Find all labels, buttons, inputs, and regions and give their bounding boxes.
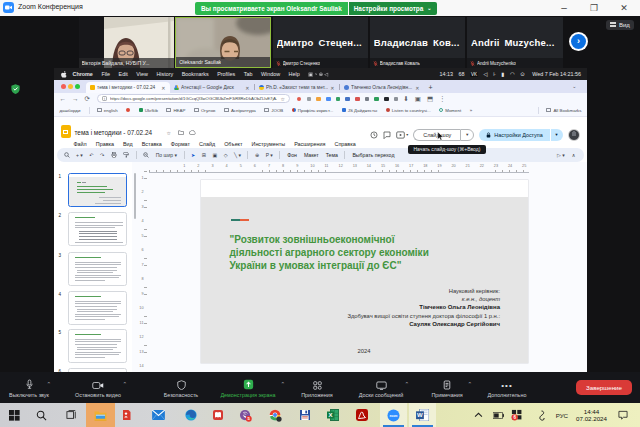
- bookmark-folder[interactable]: Аспірантура: [224, 108, 256, 113]
- maximize-button[interactable]: ❐: [589, 3, 599, 13]
- new-tab-button[interactable]: +: [429, 84, 433, 91]
- move-folder-icon[interactable]: [178, 130, 184, 135]
- battery-icon[interactable]: [493, 412, 504, 419]
- mac-close-button[interactable]: [61, 84, 66, 89]
- mac-menu-tab[interactable]: Tab: [244, 71, 253, 77]
- back-button[interactable]: ←: [60, 95, 67, 102]
- document-title[interactable]: тема і методики - 07.02.24: [75, 129, 153, 136]
- close-tab-icon[interactable]: ✕: [415, 85, 419, 91]
- word-app-button[interactable]: W: [409, 403, 436, 427]
- bookmark-item[interactable]: Listen to countrysi...: [386, 108, 431, 113]
- mac-menu-profiles[interactable]: Profiles: [217, 71, 235, 77]
- close-button[interactable]: ✕: [619, 3, 629, 13]
- new-slide-button[interactable]: + ▾: [76, 152, 83, 158]
- slide-thumbnail[interactable]: [68, 291, 128, 325]
- chevron-up-icon[interactable]: ⌃: [280, 381, 285, 387]
- stop-video-button[interactable]: ⌃ Остановить видео: [69, 377, 127, 398]
- current-slide[interactable]: "Розвиток зовнішньоекономічної діяльност…: [201, 180, 528, 363]
- end-meeting-button[interactable]: Завершение: [576, 380, 632, 395]
- view-button[interactable]: Вид: [606, 20, 634, 30]
- menu-file[interactable]: Файл: [74, 141, 87, 147]
- tab-timchenko[interactable]: Тімченко Ольга Леонідівн... ✕: [340, 82, 424, 93]
- participant-tile-oleksandr[interactable]: Oleksandr Sauliak: [175, 17, 271, 69]
- security-button[interactable]: Безопасность: [156, 377, 206, 398]
- menu-view[interactable]: Вид: [123, 141, 133, 147]
- extension-icon[interactable]: [345, 97, 350, 102]
- pen-squiggle-icon[interactable]: [537, 410, 546, 421]
- chevron-up-icon[interactable]: ⌃: [46, 381, 51, 387]
- search-button[interactable]: [28, 403, 55, 427]
- bookmark-item[interactable]: UkrSib: [139, 108, 158, 113]
- close-tab-icon[interactable]: ✕: [330, 85, 334, 91]
- bookmark-item[interactable]: Moment: [439, 108, 461, 113]
- mac-menu-history[interactable]: History: [156, 71, 173, 77]
- participant-tile-vladyslav[interactable]: Владислав Ков... Владислав Коваль: [370, 17, 466, 69]
- bookmark-star-icon[interactable]: ☆: [280, 96, 284, 102]
- extensions-puzzle-icon[interactable]: ⬒: [427, 95, 433, 103]
- extension-icon[interactable]: [336, 97, 341, 102]
- forward-button[interactable]: →: [72, 95, 79, 102]
- menu-extensions[interactable]: Расширения: [294, 141, 325, 147]
- insert-line-icon[interactable]: ╲ ▾: [234, 152, 241, 158]
- more-button[interactable]: ••• Дополнительно: [481, 377, 533, 398]
- extension-icon[interactable]: [374, 97, 379, 102]
- download-icon[interactable]: ⬇: [403, 95, 408, 103]
- extension-icon[interactable]: [365, 97, 370, 102]
- annotations-button[interactable]: ⌃ Примечания: [426, 377, 468, 398]
- mac-menu-help[interactable]: Help: [289, 71, 300, 77]
- menu-tools[interactable]: Инструменты: [252, 141, 286, 147]
- undo-icon[interactable]: ↶: [89, 152, 93, 158]
- acrobat-app-button[interactable]: [348, 403, 375, 427]
- share-screen-button[interactable]: ⌃ Демонстрация экрана: [215, 377, 281, 398]
- edge-browser-button[interactable]: [177, 403, 204, 427]
- close-tab-icon[interactable]: ✕: [161, 85, 165, 91]
- mac-menu-window[interactable]: Window: [261, 71, 280, 77]
- view-options-dropdown[interactable]: Настройки просмотра⌄: [349, 2, 437, 15]
- address-bar[interactable]: t https://docs.google.com/presentation/d…: [97, 94, 290, 103]
- bookmark-folder[interactable]: Огулов: [194, 108, 216, 113]
- whiteboards-button[interactable]: ⌃ Доски сообщений: [353, 377, 409, 398]
- extension-icon[interactable]: [394, 97, 399, 102]
- menu-insert[interactable]: Вставка: [142, 141, 162, 147]
- redo-icon[interactable]: ↷: [100, 152, 104, 158]
- participant-tile-dmytro[interactable]: Дмитро Стецен... Дмитро Стеценко: [273, 17, 369, 69]
- insert-image-icon[interactable]: ▣: [212, 152, 217, 158]
- next-participants-button[interactable]: ›: [569, 32, 588, 51]
- language-indicator[interactable]: РУС: [556, 412, 568, 419]
- bookmark-item[interactable]: [126, 108, 130, 112]
- background-button[interactable]: Фон: [287, 152, 297, 158]
- star-icon[interactable]: ☆: [167, 130, 171, 136]
- site-info-icon[interactable]: t: [102, 96, 107, 101]
- bookmark-folder[interactable]: HEAP: [166, 108, 185, 113]
- extension-icon[interactable]: [297, 97, 302, 102]
- textbox-icon[interactable]: ⊞: [202, 152, 206, 158]
- share-dropdown[interactable]: ▼: [551, 129, 563, 141]
- collapse-toolbar-icon[interactable]: ∧: [572, 152, 576, 158]
- extension-icon[interactable]: [355, 97, 360, 102]
- menu-slide[interactable]: Слайд: [199, 141, 215, 147]
- taskbar-clock[interactable]: 14:44 07.02.2024: [576, 408, 607, 423]
- tab-drive[interactable]: Атестації – Google Диск ✕: [170, 82, 254, 93]
- pointer-dropdown-icon[interactable]: ▷ ▾: [557, 152, 565, 158]
- paint-format-icon[interactable]: [123, 152, 129, 158]
- extension-icon[interactable]: [384, 97, 389, 102]
- bookmark-item[interactable]: JS Дайджесты: [342, 108, 378, 113]
- search-menus-icon[interactable]: [64, 152, 70, 158]
- start-button[interactable]: [1, 403, 28, 427]
- slide-thumbnail[interactable]: [68, 212, 128, 246]
- app-badge-icon[interactable]: 6: [511, 409, 523, 421]
- comments-icon[interactable]: [383, 131, 391, 139]
- tab-phd[interactable]: Ph.D. «Захист теми та мет... ✕: [255, 82, 339, 93]
- mac-menu-file[interactable]: File: [101, 71, 110, 77]
- participant-tile-andrii[interactable]: Andrii Muzyche... Andrii Muzychenko: [467, 17, 563, 69]
- bookmarks-overflow[interactable]: »: [470, 108, 472, 113]
- chevron-up-icon[interactable]: ⌃: [122, 381, 127, 387]
- menu-edit[interactable]: Правка: [96, 141, 114, 147]
- transition-button[interactable]: Выбрать переход: [352, 152, 394, 158]
- slide-thumbnail[interactable]: [68, 173, 128, 207]
- extension-icon[interactable]: [307, 97, 312, 102]
- chevron-up-icon[interactable]: ⌃: [404, 381, 409, 387]
- reload-button[interactable]: ⟳: [85, 95, 90, 103]
- extension-icon[interactable]: [326, 97, 331, 102]
- bookmark-folder[interactable]: JOOB: [264, 108, 283, 113]
